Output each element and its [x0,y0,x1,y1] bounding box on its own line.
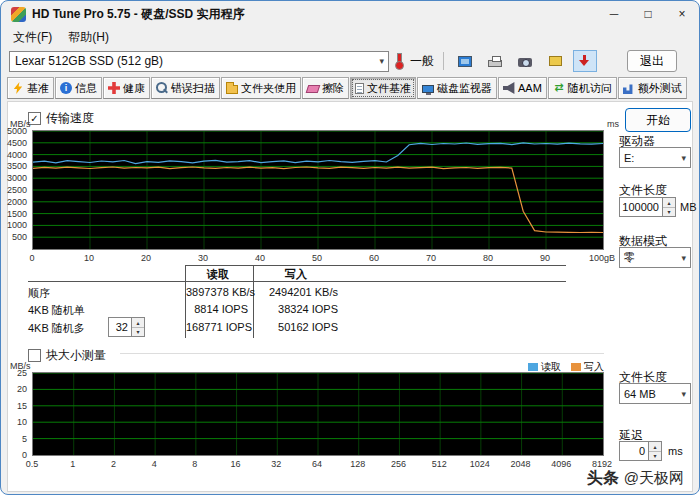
x-axis-tick-label: 2 [111,459,116,469]
y-axis-tick-label: 25 [17,368,27,378]
watermark-account: @天极网 [624,469,684,488]
block-file-length-combo[interactable]: 64 MB ▾ [619,383,691,404]
x-axis-tick-label: 90 [540,253,550,263]
download-arrow-icon [579,55,591,67]
minimize-button[interactable]: ─ [597,1,631,27]
tab-folder-usage[interactable]: 文件夹使用 [221,77,301,99]
x-axis-tick-label: 1 [70,459,75,469]
menu-file[interactable]: 文件(F) [5,27,60,48]
close-button[interactable]: × [665,1,699,27]
tab-label: 文件基准 [367,81,411,96]
tab-health[interactable]: 健康 [103,77,150,99]
app-window: HD Tune Pro 5.75 - 硬盘/SSD 实用程序 ─ □ × 文件(… [0,0,700,495]
tab-label: 随机访问 [568,81,612,96]
camera-icon [518,58,532,67]
tab-label: 擦除 [322,81,344,96]
sequential-write-value: 2494201 KB/s [254,286,338,298]
x-axis-tick-label: 80 [483,253,493,263]
latency-stepper[interactable]: 0 ▴ ▾ [619,441,662,461]
transfer-speed-checkbox[interactable]: ✓ 传输速度 [28,110,94,127]
y-axis-tick-label: 5000 [7,126,27,136]
menu-help[interactable]: 帮助(H) [60,27,117,48]
y-axis-tick-label: 3000 [7,173,27,183]
data-mode-combo[interactable]: 零 ▾ [619,247,691,268]
spin-up-icon[interactable]: ▴ [132,318,144,327]
start-button[interactable]: 开始 [625,108,691,132]
temperature-status: 一般 [410,53,434,70]
drive-combo-value: E: [624,152,634,164]
x-axis-tick-label: 64 [312,459,322,469]
tab-disk-monitor[interactable]: 磁盘监视器 [417,77,497,99]
y-axis-tick-label: 15 [17,401,27,411]
spin-up-icon[interactable]: ▴ [663,198,675,207]
window-controls: ─ □ × [597,1,699,27]
document-icon [355,83,364,94]
queue-depth-value: 32 [108,317,132,337]
random-multi-write-value: 50162 IOPS [254,321,338,333]
toolbar-separator [443,52,444,70]
tab-error-scan[interactable]: 错误扫描 [151,77,220,99]
x-axis-tick-label: 60 [369,253,379,263]
queue-depth-stepper[interactable]: 32 ▴ ▾ [108,317,145,337]
maximize-button[interactable]: □ [631,1,665,27]
drive-select[interactable]: Lexar 512GB SSD (512 gB) ▾ [9,51,389,72]
thermometer-icon [395,53,404,70]
block-size-checkbox[interactable]: 块大小测量 [28,347,106,364]
y-axis-tick-label: 10 [17,417,27,427]
monitor-small-icon [422,85,434,93]
spin-up-icon[interactable]: ▴ [649,442,661,451]
drive-combo[interactable]: E: ▾ [619,147,691,168]
transfer-chart-x-axis: 0102030405060708090100gB [32,253,604,263]
y-axis-tick-label: 4500 [7,138,27,148]
app-logo-icon [11,7,26,22]
x-axis-tick-label: 70 [426,253,436,263]
spin-down-icon[interactable]: ▾ [132,327,144,337]
sequential-read-value: 3897378 KB/s [186,286,248,298]
x-axis-tick-label: 10 [84,253,94,263]
legend-swatch [571,363,581,371]
tab-random-access[interactable]: ⇄随机访问 [548,77,617,99]
copy-screen-button[interactable] [453,50,477,72]
magnifier-icon [156,82,168,94]
y-axis-tick-label: 5 [22,434,27,444]
exit-button[interactable]: 退出 [627,50,677,72]
random-single-write-value: 38324 IOPS [254,303,338,315]
x-axis-tick-label: 512 [432,459,447,469]
y-axis-tick-label: 20 [17,384,27,394]
benchmark-icon [12,82,24,94]
tab-label: 错误扫描 [171,81,215,96]
tab-file-benchmark[interactable]: 文件基准 [350,77,416,99]
x-axis-tick-label: 40 [255,253,265,263]
info-icon [60,82,72,94]
transfer-speed-chart [32,130,604,250]
transfer-speed-label: 传输速度 [46,110,94,127]
row-label: 顺序 [28,286,50,301]
chevron-down-icon: ▾ [677,153,690,163]
tab-label: 基准 [27,81,49,96]
screenshot-button[interactable] [513,50,537,72]
file-benchmark-panel: ✓ 传输速度 开始 MB/s ms 5001000150020002500300… [7,101,693,492]
spin-down-icon[interactable]: ▾ [663,207,675,217]
tab-label: AAM [518,82,542,94]
tab-info[interactable]: 信息 [55,77,102,99]
tab-erase[interactable]: 擦除 [302,77,349,99]
health-cross-icon [108,82,120,94]
x-axis-tick-label: 20 [141,253,151,263]
x-axis-tick-label: 32 [271,459,281,469]
tab-aam[interactable]: AAM [498,77,547,99]
x-axis-tick-label: 0.5 [26,459,39,469]
print-button[interactable] [483,50,507,72]
right-axis-unit: ms [607,119,619,129]
block-chart-x-axis: 0.512481632641282565121024204840968192 [32,459,604,469]
tab-benchmark[interactable]: 基准 [7,77,54,99]
file-length-stepper[interactable]: 100000 ▴ ▾ [619,197,676,217]
export-button[interactable] [543,50,567,72]
capture-button[interactable] [573,50,597,72]
spin-down-icon[interactable]: ▾ [649,451,661,461]
tab-extra-tests[interactable]: 额外测试 [618,77,687,99]
x-axis-tick-label: 0 [29,253,34,263]
write-column-header: 写入 [254,267,338,282]
toolbar: Lexar 512GB SSD (512 gB) ▾ 一般 退出 [1,47,699,75]
x-axis-tick-label: 16 [231,459,241,469]
y-axis-tick-label: 1000 [7,220,27,230]
